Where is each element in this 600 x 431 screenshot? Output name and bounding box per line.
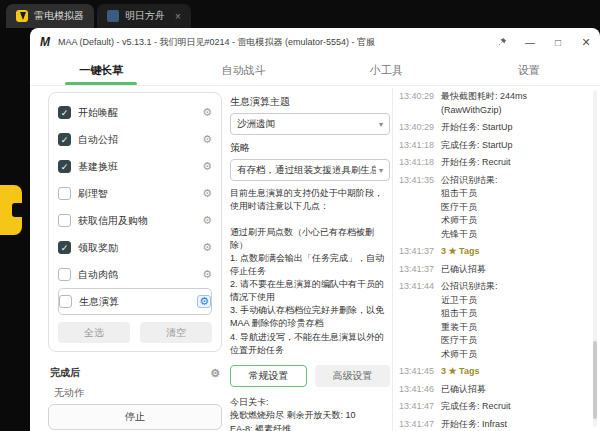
log-time: 13:41:37 [399,245,441,259]
task-row-fight[interactable]: 刷理智 [58,180,212,207]
log-panel: 13:40:29 最快截图耗时: 244ms (RawWithGzip) 13:… [399,90,587,431]
checkbox[interactable] [58,214,71,227]
panel-divider [392,88,393,431]
log-message: 3 ★ Tags [441,245,587,259]
theme-select[interactable]: 沙洲遗闻 [230,113,390,135]
gear-icon[interactable] [202,215,212,226]
maximize-button[interactable]: □ [544,28,572,56]
clear-button[interactable]: 清空 [140,322,212,343]
checkbox[interactable] [58,241,71,254]
stage-info: 今日关卡: 挽歌燃烧殆尽 剩余开放天数: 10 EA-8: 褐素纤维 EA-7:… [230,396,390,431]
log-entry: 13:41:37 已确认招募 [399,263,587,277]
tab-farming[interactable]: 一键长草 [30,56,173,85]
tab-general-settings[interactable]: 常规设置 [230,365,307,387]
task-row-infrast[interactable]: 基建换班 [58,153,212,180]
window-title: MAA (Default) - v5.13.1 - 我们明日见#0214 - 雷… [58,36,488,49]
tab-label: 小工具 [370,63,403,78]
emulator-tab-ldplayer[interactable]: 雷电模拟器 [6,4,94,28]
tab-copilot[interactable]: 自动战斗 [173,56,316,85]
log-entry: 13:41:44 公招识别结果: 近卫干员 狙击干员 重装干员 医疗干员 术师干… [399,280,587,361]
emulator-tab-arknights[interactable]: 明日方舟 × [97,4,191,28]
gear-icon[interactable] [197,295,211,308]
pin-icon[interactable] [488,28,516,56]
log-entry: 13:41:18 开始任务: Recruit [399,156,587,170]
task-row-mall[interactable]: 获取信用及购物 [58,207,212,234]
task-label: 获取信用及购物 [78,214,195,228]
emulator-tab-bar: 雷电模拟器 明日方舟 × [0,0,600,28]
reclamation-notes: 目前生息演算的支持仍处于中期阶段，使用时请注意以下几点： 通过刷开局点数（小心已… [230,187,390,357]
after-complete-select[interactable]: 无动作 [54,386,84,400]
log-entry: 13:41:18 完成任务: StartUp [399,139,587,153]
log-entry: 13:41:45 3 ★ Tags [399,365,587,379]
minimize-button[interactable]: — [516,28,544,56]
emulator-tab-label: 雷电模拟器 [34,9,84,23]
task-row-reclamation[interactable]: 生息演算 [58,288,212,315]
log-scrollbar[interactable] [593,90,597,427]
task-row-roguelike[interactable]: 自动肉鸽 [58,261,212,288]
gear-icon[interactable] [202,242,212,253]
task-label: 刷理智 [78,187,195,201]
gear-icon[interactable] [202,107,212,118]
log-entry: 13:41:35 公招识别结果: 狙击干员 医疗干员 术师干员 先锋干员 [399,174,587,242]
log-scrollbar-thumb[interactable] [593,341,597,419]
log-time: 13:41:47 [399,400,441,414]
chevron-down-icon [379,166,383,175]
task-label: 开始唤醒 [78,106,195,120]
tab-settings[interactable]: 设置 [458,56,600,85]
window-titlebar[interactable]: M MAA (Default) - v5.13.1 - 我们明日见#0214 -… [30,28,600,56]
task-list-card: 开始唤醒 自动公招 基建换班 刷理智 获取信用及购物 领取奖励 [48,92,222,352]
settings-tabs: 常规设置 高级设置 [230,365,390,387]
log-time: 13:41:46 [399,383,441,397]
close-button[interactable]: ✕ [572,28,600,56]
checkbox[interactable] [59,295,72,308]
ldplayer-icon [16,10,28,22]
strategy-select[interactable]: 有存档，通过组装支援道具刷生息 [230,159,390,181]
checkbox[interactable] [58,133,71,146]
task-row-wakeup[interactable]: 开始唤醒 [58,99,212,126]
gear-icon[interactable] [210,368,220,379]
reclamation-panel: 生息演算主题 沙洲遗闻 策略 有存档，通过组装支援道具刷生息 目前生息演算的支持… [230,92,390,431]
log-message: 最快截图耗时: 244ms (RawWithGzip) [441,90,587,117]
strategy-label: 策略 [230,141,390,155]
select-all-button[interactable]: 全选 [58,322,130,343]
log-time: 13:41:35 [399,174,441,188]
log-time: 13:41:44 [399,280,441,294]
task-buttons: 全选 清空 [58,322,212,343]
emulator-tab-label: 明日方舟 [125,9,165,23]
log-message: 公招识别结果: 狙击干员 医疗干员 术师干员 先锋干员 [441,174,587,242]
task-label: 自动公招 [78,133,195,147]
log-message: 完成任务: StartUp [441,139,587,153]
tab-advanced-settings[interactable]: 高级设置 [315,365,390,387]
strategy-value: 有存档，通过组装支援道具刷生息 [237,164,376,177]
log-message: 已确认招募 [441,383,587,397]
tab-label: 自动战斗 [222,63,266,78]
log-entry: 13:41:37 3 ★ Tags [399,245,587,259]
task-row-award[interactable]: 领取奖励 [58,234,212,261]
task-label: 生息演算 [79,295,190,309]
task-label: 领取奖励 [78,241,195,255]
log-message: 公招识别结果: 近卫干员 狙击干员 重装干员 医疗干员 术师干员 [441,280,587,361]
stop-button[interactable]: 停止 [48,404,222,430]
close-icon[interactable]: × [175,11,181,22]
log-time: 13:41:45 [399,365,441,379]
log-time: 13:40:29 [399,121,441,135]
main-nav: 一键长草 自动战斗 小工具 设置 [30,56,600,86]
tab-tools[interactable]: 小工具 [315,56,458,85]
emulator-side-strip [0,28,30,431]
gear-icon[interactable] [202,269,212,280]
checkbox[interactable] [58,187,71,200]
checkbox[interactable] [58,268,71,281]
log-time: 13:41:18 [399,156,441,170]
checkbox[interactable] [58,160,71,173]
checkbox[interactable] [58,106,71,119]
gear-icon[interactable] [202,134,212,145]
gear-icon[interactable] [202,188,212,199]
task-row-recruit[interactable]: 自动公招 [58,126,212,153]
log-message: 已确认招募 [441,263,587,277]
log-time: 13:41:47 [399,418,441,431]
tab-label: 一键长草 [79,63,123,78]
maa-window: M MAA (Default) - v5.13.1 - 我们明日见#0214 -… [30,28,600,431]
log-message: 开始任务: StartUp [441,121,587,135]
gear-icon[interactable] [202,161,212,172]
log-time: 13:40:29 [399,90,441,104]
